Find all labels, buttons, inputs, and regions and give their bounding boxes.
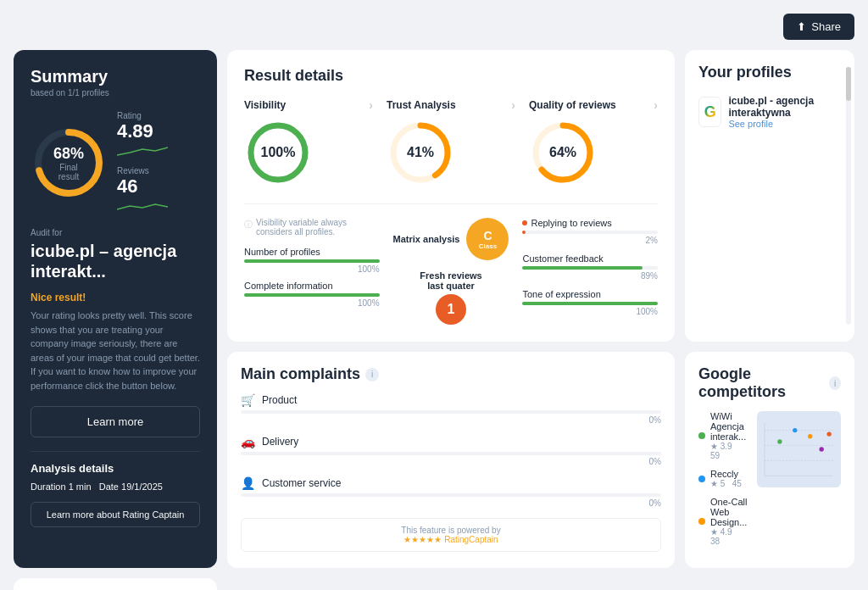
competitors-title: Google competitors xyxy=(698,365,824,401)
visibility-value: 100% xyxy=(261,145,296,160)
delivery-value: 0% xyxy=(241,457,661,466)
analysis-title: Analysis details xyxy=(31,462,200,475)
complete-info-detail: Complete information 100% xyxy=(244,281,380,308)
replying-fill xyxy=(522,231,525,234)
competitors-list: WiWi Agencja interak... ★ 3.9 59 Reccly … xyxy=(698,411,747,554)
quality-chevron-icon[interactable]: › xyxy=(654,98,658,112)
comp-stats-3: ★ 4.9 38 xyxy=(710,527,747,546)
profiles-detail: Number of profiles 100% xyxy=(244,247,380,274)
trust-chevron-icon[interactable]: › xyxy=(511,98,515,112)
share-label: Share xyxy=(811,20,841,33)
comp-dot-1 xyxy=(698,432,705,439)
rating-reviews: Rating 4.89 Reviews 46 xyxy=(117,111,168,214)
result-details-title: Result details xyxy=(244,67,658,85)
product-icon: 🛒 xyxy=(241,393,255,407)
powered-brand: ★★★★★ RatingCaptain xyxy=(248,535,654,544)
matrix-label: Matrix analysis xyxy=(393,234,460,244)
final-label: Final result xyxy=(50,163,88,181)
learn-rc-button[interactable]: Learn more about Rating Captain xyxy=(31,502,200,527)
product-label: Product xyxy=(262,394,297,406)
fresh-reviews-value: 1 xyxy=(436,294,466,325)
comp-info-3: One-Call Web Design... ★ 4.9 38 xyxy=(710,497,747,546)
replying-value: 2% xyxy=(522,236,658,245)
nice-result-badge: Nice result! xyxy=(31,292,200,303)
complete-info-fill xyxy=(244,293,380,297)
feedback-label: Customer feedback xyxy=(522,253,658,264)
replying-bar xyxy=(522,231,658,234)
reviews-sparkline xyxy=(117,198,168,214)
replying-label: Replying to reviews xyxy=(531,218,611,228)
trust-value: 41% xyxy=(407,145,434,160)
competitor-1: WiWi Agencja interak... ★ 3.9 59 xyxy=(698,411,747,460)
tone-label: Tone of expression xyxy=(522,289,658,299)
visibility-note: ⓘ Visibility variable always considers a… xyxy=(244,218,380,237)
reviews-label: Reviews xyxy=(117,166,168,175)
comp-info-2: Reccly ★ 5 45 xyxy=(710,469,747,488)
complaint-product: 🛒 Product 0% xyxy=(241,393,661,425)
rating-value: 4.89 xyxy=(117,120,168,142)
profiles-label: Number of profiles xyxy=(244,247,380,257)
service-bar xyxy=(241,493,661,497)
svg-point-17 xyxy=(820,447,824,451)
details-divider-row: ⓘ Visibility variable always considers a… xyxy=(244,203,658,325)
tone-fill xyxy=(522,302,658,305)
svg-point-15 xyxy=(793,428,798,432)
reviews-value: 46 xyxy=(117,175,168,198)
result-text: Your rating looks pretty well. This scor… xyxy=(31,309,200,392)
result-details-card: Result details Visibility › 100% xyxy=(227,50,675,342)
service-label: Customer service xyxy=(262,477,341,489)
see-profile-link[interactable]: See profile xyxy=(728,119,841,129)
feedback-row: Customer feedback 89% xyxy=(522,253,658,281)
quality-value: 64% xyxy=(549,145,576,160)
product-value: 0% xyxy=(241,415,661,425)
trust-chart: 41% xyxy=(387,119,454,186)
scrollbar-thumb[interactable] xyxy=(846,67,851,101)
replying-dot xyxy=(522,220,527,225)
delivery-icon: 🚗 xyxy=(241,435,255,448)
summary-card: Summary based on 1/1 profiles 68% Final … xyxy=(14,50,217,568)
feedback-value: 89% xyxy=(522,271,658,281)
competitors-content: WiWi Agencja interak... ★ 3.9 59 Reccly … xyxy=(698,411,841,554)
complete-info-bar xyxy=(244,293,380,297)
profiles-fill xyxy=(244,259,380,263)
analysis-details: Analysis details Duration 1 min Date 19/… xyxy=(31,451,200,527)
delivery-label: Delivery xyxy=(262,436,298,448)
donut-area: 68% Final result Rating 4.89 Reviews 46 xyxy=(31,111,200,214)
complaint-service: 👤 Customer service 0% xyxy=(241,476,661,508)
delivery-bar xyxy=(241,452,661,455)
complaint-delivery: 🚗 Delivery 0% xyxy=(241,435,661,466)
tone-row: Tone of expression 100% xyxy=(522,289,658,316)
profile-info: icube.pl - agencja interaktywna See prof… xyxy=(728,95,841,129)
replying-row: Replying to reviews 2% xyxy=(522,218,658,245)
competitors-title-row: Google competitors i xyxy=(698,365,841,401)
profiles-card: Your profiles G icube.pl - agencja inter… xyxy=(685,50,854,342)
metrics-row: Visibility › 100% Trust Analysis › xyxy=(244,98,658,186)
complete-info-value: 100% xyxy=(244,298,380,308)
top-bar: ⬆ Share xyxy=(14,14,854,40)
learn-more-button[interactable]: Learn more xyxy=(31,406,200,437)
share-button[interactable]: ⬆ Share xyxy=(783,14,854,40)
right-details: Replying to reviews 2% Customer feedback… xyxy=(522,218,658,325)
svg-point-16 xyxy=(808,434,812,438)
comp-name-3: One-Call Web Design... xyxy=(710,497,747,527)
competitors-chart xyxy=(757,411,841,487)
competitors-info-icon[interactable]: i xyxy=(829,376,841,390)
rating-label: Rating xyxy=(117,111,168,120)
profile-item: G icube.pl - agencja interaktywna See pr… xyxy=(698,95,841,129)
visibility-chevron-icon[interactable]: › xyxy=(369,98,373,112)
audit-for-label: Audit for xyxy=(31,228,200,237)
complaints-info-icon[interactable]: i xyxy=(365,368,379,381)
visibility-metric: Visibility › 100% xyxy=(244,98,373,186)
final-percent: 68% xyxy=(50,145,88,163)
trust-metric: Trust Analysis › 41% xyxy=(387,98,515,186)
complaints-card: Main complaints i 🛒 Product 0% 🚗 Deliver… xyxy=(227,352,675,568)
quality-chart: 64% xyxy=(529,119,597,186)
comp-stats-2: ★ 5 45 xyxy=(710,479,747,488)
competitor-2: Reccly ★ 5 45 xyxy=(698,469,747,488)
tone-bar xyxy=(522,302,658,305)
rating-sparkline xyxy=(117,142,168,159)
audit-company-name: icube.pl – agencja interakt... xyxy=(31,241,200,281)
product-bar xyxy=(241,410,661,414)
profiles-title: Your profiles xyxy=(698,64,841,81)
profiles-value: 100% xyxy=(244,264,380,274)
